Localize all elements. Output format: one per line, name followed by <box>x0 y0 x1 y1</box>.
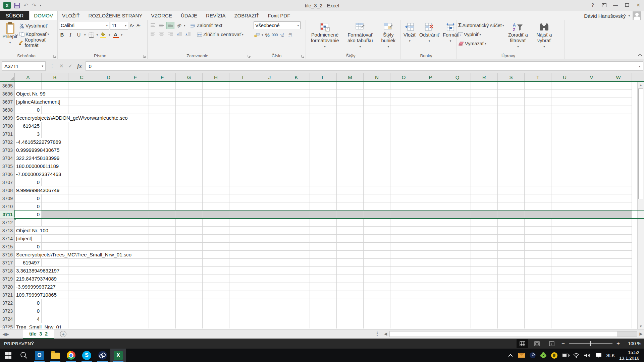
cell-A3717[interactable]: 619497 <box>15 259 42 267</box>
save-icon[interactable] <box>14 3 20 8</box>
comma-style-button[interactable]: 000 <box>272 33 278 37</box>
taskbar-skype[interactable]: S <box>79 349 95 362</box>
cell-E3698[interactable] <box>122 106 149 114</box>
cell-J3704[interactable] <box>256 154 283 162</box>
cell-J3703[interactable] <box>256 146 283 154</box>
cell-H3713[interactable] <box>203 227 229 235</box>
font-name-combo[interactable]: Calibri▾ <box>59 22 109 29</box>
cell-K3709[interactable] <box>283 194 310 202</box>
cell-K3725[interactable] <box>283 323 310 328</box>
cell-L3707[interactable] <box>310 178 337 186</box>
cell-W3701[interactable] <box>605 130 632 138</box>
cell-N3713[interactable] <box>364 227 390 235</box>
cell-F3708[interactable] <box>149 186 176 194</box>
select-all-corner[interactable] <box>0 73 15 81</box>
cell-H3715[interactable] <box>203 243 229 251</box>
cell-R3703[interactable] <box>471 146 498 154</box>
cell-P3722[interactable] <box>417 299 444 307</box>
cell-U3717[interactable] <box>551 259 578 267</box>
cell-C3713[interactable] <box>68 227 95 235</box>
sort-filter-button[interactable]: AZ Zoradiť a filtrovať▾ <box>504 21 532 51</box>
page-layout-view-icon[interactable] <box>531 339 543 348</box>
cell-J3724[interactable] <box>256 315 283 323</box>
cell-I3713[interactable] <box>229 227 256 235</box>
cell-N3711[interactable] <box>364 210 390 219</box>
cell-C3695[interactable] <box>68 82 95 90</box>
cell-P3699[interactable] <box>417 114 444 122</box>
cell-V3716[interactable] <box>578 251 605 259</box>
cell-S3699[interactable] <box>498 114 525 122</box>
cell-G3716[interactable] <box>176 251 203 259</box>
cell-F3696[interactable] <box>149 90 176 98</box>
cell-J3720[interactable] <box>256 283 283 291</box>
cell-J3697[interactable] <box>256 98 283 106</box>
cell-K3702[interactable] <box>283 138 310 146</box>
cell-M3707[interactable] <box>337 178 364 186</box>
tab-zobrazit[interactable]: ZOBRAZIŤ <box>230 11 263 20</box>
fill-button[interactable]: ↓ Vyplniť▾ <box>458 31 504 39</box>
clock[interactable]: 15:52 13.1.2016 <box>619 350 639 361</box>
column-header-M[interactable]: M <box>337 73 364 81</box>
cell-E3701[interactable] <box>122 130 149 138</box>
cell-J3708[interactable] <box>256 186 283 194</box>
cell-A3713[interactable]: Object Nr. 100 <box>15 227 42 235</box>
cell-E3703[interactable] <box>122 146 149 154</box>
cell-G3697[interactable] <box>176 98 203 106</box>
cell-E3725[interactable] <box>122 323 149 328</box>
align-center-button[interactable] <box>158 31 166 38</box>
cell-P3721[interactable] <box>417 291 444 299</box>
cell-T3721[interactable] <box>525 291 551 299</box>
cell-Q3705[interactable] <box>444 162 471 170</box>
column-header-O[interactable]: O <box>390 73 417 81</box>
cell-I3724[interactable] <box>229 315 256 323</box>
cell-V3718[interactable] <box>578 267 605 275</box>
cell-W3721[interactable] <box>605 291 632 299</box>
formula-input[interactable]: 0 <box>86 61 636 71</box>
cell-O3711[interactable] <box>390 210 417 219</box>
column-header-S[interactable]: S <box>498 73 525 81</box>
cell-S3722[interactable] <box>498 299 525 307</box>
cell-W3698[interactable] <box>605 106 632 114</box>
cell-Q3699[interactable] <box>444 114 471 122</box>
cell-E3717[interactable] <box>122 259 149 267</box>
cell-H3714[interactable] <box>203 235 229 243</box>
cell-D3702[interactable] <box>95 138 122 146</box>
font-color-icon[interactable]: A <box>113 32 119 38</box>
cell-S3716[interactable] <box>498 251 525 259</box>
cell-W3706[interactable] <box>605 170 632 178</box>
cell-H3723[interactable] <box>203 307 229 315</box>
battery-icon[interactable] <box>562 352 569 359</box>
cell-S3725[interactable] <box>498 323 525 328</box>
hidden-icons-chevron-icon[interactable] <box>507 352 514 359</box>
cell-R3712[interactable] <box>471 219 498 227</box>
cell-S3695[interactable] <box>498 82 525 90</box>
cell-P3697[interactable] <box>417 98 444 106</box>
cell-M3720[interactable] <box>337 283 364 291</box>
row-header-3700[interactable]: 3700 <box>0 122 15 130</box>
cell-A3724[interactable]: 4 <box>15 315 42 323</box>
cell-E3707[interactable] <box>122 178 149 186</box>
cell-E3704[interactable] <box>122 154 149 162</box>
undo-icon[interactable]: ↶ <box>23 3 28 8</box>
cell-C3722[interactable] <box>68 299 95 307</box>
cell-N3707[interactable] <box>364 178 390 186</box>
row-header-3698[interactable]: 3698 <box>0 106 15 114</box>
cell-N3724[interactable] <box>364 315 390 323</box>
avatar[interactable] <box>633 11 641 20</box>
cell-E3718[interactable] <box>122 267 149 275</box>
cell-U3723[interactable] <box>551 307 578 315</box>
cell-C3708[interactable] <box>68 186 95 194</box>
cell-M3696[interactable] <box>337 90 364 98</box>
borders-icon[interactable] <box>88 32 94 38</box>
cell-K3703[interactable] <box>283 146 310 154</box>
cell-R3709[interactable] <box>471 194 498 202</box>
tab-vzorce[interactable]: VZORCE <box>147 11 176 20</box>
cell-H3698[interactable] <box>203 106 229 114</box>
cell-N3719[interactable] <box>364 275 390 283</box>
cell-D3708[interactable] <box>95 186 122 194</box>
cell-Q3724[interactable] <box>444 315 471 323</box>
cell-J3723[interactable] <box>256 307 283 315</box>
cell-D3707[interactable] <box>95 178 122 186</box>
name-box-splitter[interactable]: ⋮ <box>50 63 55 69</box>
cell-U3714[interactable] <box>551 235 578 243</box>
